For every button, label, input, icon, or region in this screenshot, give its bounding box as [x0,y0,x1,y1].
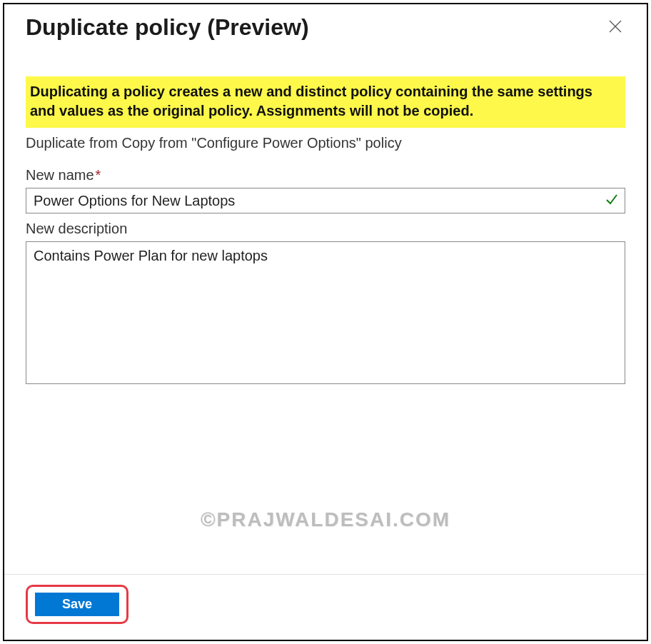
close-icon [609,20,622,36]
panel-footer: Save [4,574,647,640]
new-description-label: New description [26,221,625,237]
panel-header: Duplicate policy (Preview) [4,4,647,48]
info-banner: Duplicating a policy creates a new and d… [26,76,625,128]
new-description-input[interactable] [26,241,625,384]
save-button[interactable]: Save [35,593,119,616]
save-button-highlight: Save [26,585,128,624]
new-name-field-wrap [26,188,625,213]
required-indicator: * [96,167,101,183]
new-name-label: New name* [26,167,625,183]
close-button[interactable] [605,18,625,38]
panel-content: Duplicating a policy creates a new and d… [4,48,647,574]
new-name-label-text: New name [26,167,94,183]
watermark-text: ©PRAJWALDESAI.COM [4,508,647,531]
panel-title: Duplicate policy (Preview) [26,14,309,41]
checkmark-icon [605,193,618,208]
new-name-input[interactable] [26,188,625,213]
duplicate-policy-panel: Duplicate policy (Preview) Duplicating a… [3,3,648,641]
duplicate-source-text: Duplicate from Copy from "Configure Powe… [26,135,625,151]
